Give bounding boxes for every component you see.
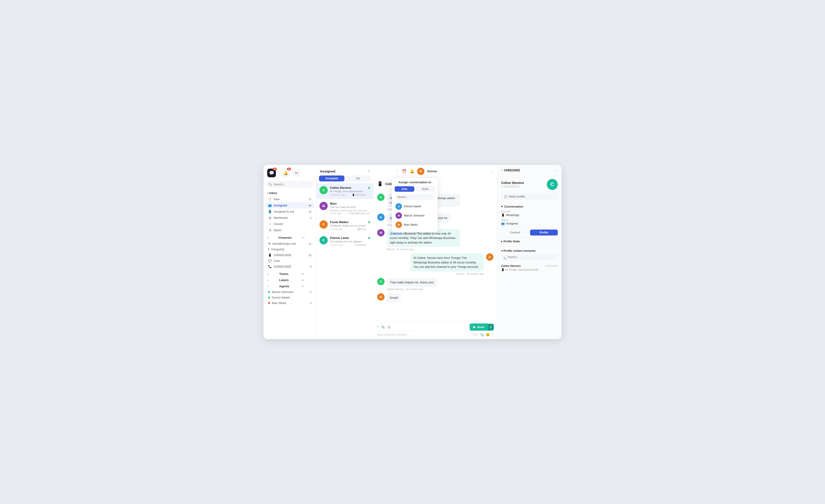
agent-marcel[interactable]: Marcel Johnssen 3 — [266, 289, 314, 295]
cm-date-1: 12/01/2020 — [545, 265, 558, 267]
emoji-icon[interactable]: 😊 — [486, 333, 490, 337]
assign-agent-marcel[interactable]: M Marcel Johnssen — [395, 211, 435, 220]
channel-phone-label: 31850013030 — [274, 265, 291, 268]
tab-contact[interactable]: Contact — [501, 230, 529, 236]
top-bar: ☆ ⏰ 🔔 D Dennis ✓ — [392, 165, 497, 178]
delete-icon[interactable]: 🗑 — [387, 325, 391, 329]
channel-email[interactable]: ✉ team@trengo.com 11 — [266, 241, 314, 247]
internal-attach-icon[interactable]: 📎 — [480, 333, 484, 337]
msg-sender-5: Celine Stevens · 25 minutes ago — [387, 288, 437, 290]
gif-label[interactable]: GIF — [473, 333, 478, 337]
cm-item-header-1: Celine Stevens 12/01/2020 — [501, 264, 558, 268]
conv-list-header: Assigned ≡ — [316, 165, 373, 175]
conv-meta-frank: 3 hours ago 💬 Chat — [330, 228, 366, 231]
agent-dennis[interactable]: Dennis Adwell — [266, 295, 314, 300]
ticket-id: ▾ #34523452 — [501, 168, 520, 172]
teams-options-icon[interactable]: ··· — [301, 272, 312, 276]
online-dot-frank — [368, 221, 370, 223]
email-icon: ✉ — [268, 242, 271, 245]
clock-icon[interactable]: ⏰ — [402, 169, 406, 173]
agents-header[interactable]: ▾ Agents ··· — [266, 283, 314, 289]
conv-channel-patrick: f Facebook — [355, 244, 366, 246]
inbox-header[interactable]: ▾ Inbox — [266, 190, 314, 196]
tab-profile[interactable]: Profile — [530, 230, 558, 236]
conv-time-frank: 3 hours ago — [330, 228, 343, 231]
agent-online-icon — [268, 291, 270, 293]
assign-tab-user[interactable]: User — [395, 186, 414, 192]
attach-icon[interactable]: 📎 — [381, 325, 385, 329]
chat-toolbar-left: ❝ 📎 🗑 — [377, 325, 391, 329]
message-6: D Great! — [377, 293, 494, 303]
sidebar-item-new[interactable]: ☐ New 11 — [266, 196, 314, 202]
phone-icon: 📞 — [268, 265, 272, 268]
channels-chevron: ▾ — [267, 236, 278, 239]
chat-input-area: ❝ 📎 🗑 ▶ Send ▾ Give a internal comment..… — [374, 321, 497, 339]
channel-facebook[interactable]: f TrengoHQ — [266, 247, 314, 252]
agent-marc[interactable]: Marc Beets 2 — [266, 300, 314, 306]
teams-header[interactable]: ▸ Teams ··· — [266, 271, 314, 277]
conv-item-patrick[interactable]: P Patrick Lewis You helped me out, appre… — [316, 234, 373, 249]
contact-profile-tabs: Contact Profile — [498, 228, 561, 238]
right-panel-options-icon[interactable]: ··· — [555, 168, 558, 172]
msg-avatar-celine-1: C — [377, 193, 384, 201]
msg-content-4: Hi Celine, Dennis here from Trengo! The … — [410, 253, 484, 275]
channel-whatsapp-count: 12 — [309, 254, 311, 257]
sidebar-item-closed[interactable]: ✓ Closed — [266, 221, 314, 227]
cm-preview-text-1: Hi Trengo, how much would ... — [505, 268, 541, 271]
sidebar-item-assigned-to-me[interactable]: 👤 Assigned to me 12 — [266, 208, 314, 215]
conv-item-celine[interactable]: C Celine Stevens Hi Trengo, how much wou… — [316, 183, 373, 199]
assign-agent-marc[interactable]: M Marc Beets — [395, 220, 435, 229]
mention-dennis: @dennis — [390, 232, 402, 235]
conv-item-marc[interactable]: M Marc Can you help me out? Hi Marc, Sur… — [316, 199, 373, 218]
quote-icon[interactable]: ❝ — [377, 325, 379, 329]
profile-fields-title[interactable]: ▸ Profile fields — [501, 240, 558, 243]
channels-header[interactable]: ▾ Channels ··· — [266, 235, 314, 241]
conv-preview-frank: Hi Marcel, thank you so much! — [330, 224, 366, 227]
tab-all[interactable]: All — [345, 175, 371, 181]
notif-badge: 12 — [287, 168, 291, 170]
send-dropdown-button[interactable]: ▾ — [488, 324, 494, 331]
conv-name-frank: Frank Walker — [330, 221, 366, 224]
notification-button[interactable]: 🔔 12 — [281, 169, 290, 177]
channel-value: 📱 WhatsApp — [501, 213, 558, 217]
channel-value-text: WhatsApp — [506, 214, 519, 217]
online-dot-celine — [368, 187, 370, 189]
channel-chat[interactable]: 💬 Chat — [266, 258, 314, 264]
channel-phone[interactable]: 📞 31850013030 4 — [266, 264, 314, 269]
msg-content-5: That really helped me, thank you! Celine… — [387, 278, 437, 291]
send-button[interactable]: ▶ Send — [469, 324, 488, 331]
channels-options-icon[interactable]: ··· — [302, 236, 312, 239]
bell-icon-topbar[interactable]: 🔔 — [410, 169, 414, 173]
msg-bubble-5: That really helped me, thank you! — [387, 278, 437, 287]
channel-whatsapp[interactable]: 📱 31850013030 12 — [266, 252, 314, 258]
filter-icon[interactable]: ≡ — [368, 169, 370, 173]
labels-header[interactable]: ▸ Labels ··· — [266, 277, 314, 283]
sidebar-item-mentioned[interactable]: @ Mentioned 2 — [266, 215, 314, 221]
compose-button[interactable]: ✏ — [292, 169, 301, 177]
assign-agent-dennis[interactable]: D Dennis Adwell — [395, 202, 435, 211]
labels-label: Labels — [279, 278, 290, 282]
send-up-icon[interactable]: ↑ — [492, 333, 494, 337]
attach-profile-button[interactable]: 📋 Attach profile — [501, 193, 558, 200]
agents-options-icon[interactable]: ··· — [301, 284, 312, 288]
check-icon-topbar[interactable]: ✓ — [491, 169, 494, 173]
sidebar-item-spam[interactable]: ⊘ Spam — [266, 227, 314, 233]
agents-chevron: ▾ — [267, 285, 278, 287]
teams-section: ▸ Teams ··· — [264, 271, 316, 277]
status-value-text: Assigned — [506, 222, 518, 225]
internal-comment-placeholder: Give a internal comment... — [377, 333, 471, 336]
star-icon[interactable]: ☆ — [395, 169, 399, 173]
msg-avatar-dennis-2: D — [377, 214, 384, 221]
tab-unreplied[interactable]: Unreplied — [319, 175, 345, 181]
cm-preview-1: 📱 Hi Trengo, how much would ... — [501, 268, 558, 271]
labels-options-icon[interactable]: ··· — [301, 278, 312, 282]
msg-avatar-marcel-3: M — [377, 229, 384, 236]
conv-info-celine: Celine Stevens Hi Trengo, how much would… — [330, 186, 366, 196]
cm-search-input[interactable] — [501, 254, 558, 260]
assign-search-input[interactable] — [395, 194, 435, 200]
logo-button[interactable]: 💬 12 — [267, 169, 276, 177]
assign-tab-team[interactable]: Team — [415, 186, 435, 192]
conv-item-frank[interactable]: F Frank Walker Hi Marcel, thank you so m… — [316, 218, 373, 234]
search-input[interactable] — [266, 181, 313, 188]
sidebar-item-assigned[interactable]: 👥 Assigned 46 — [266, 202, 314, 208]
